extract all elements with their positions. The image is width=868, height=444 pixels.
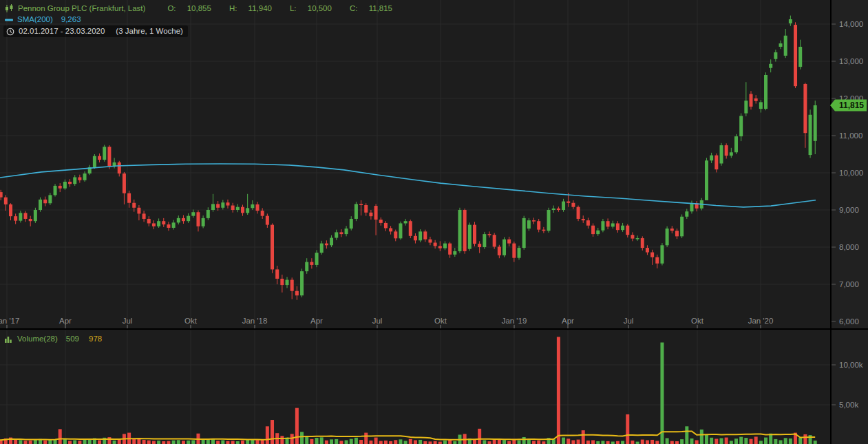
ohlc-readout: O: 10,855H: 11,940L: 10,500C: 11,815 bbox=[149, 4, 392, 13]
candle bbox=[339, 232, 343, 234]
volume-bar bbox=[256, 440, 260, 444]
volume-bar bbox=[147, 441, 151, 444]
candle bbox=[606, 221, 610, 226]
candle bbox=[231, 206, 235, 210]
time-tick-label[interactable]: Jan '18 bbox=[242, 317, 268, 325]
volume-bar bbox=[803, 434, 807, 444]
candle bbox=[310, 262, 313, 265]
candle bbox=[399, 223, 402, 238]
candle bbox=[577, 207, 580, 219]
candle bbox=[177, 218, 180, 222]
time-tick-label[interactable]: Okt bbox=[184, 317, 198, 325]
volume-bar bbox=[379, 441, 383, 444]
last-price-badge-label: 11,815 bbox=[839, 101, 864, 110]
time-tick-label[interactable]: Okt bbox=[434, 317, 447, 325]
volume-bar bbox=[236, 441, 240, 444]
volume-bar bbox=[231, 441, 235, 444]
volume-bar bbox=[744, 438, 748, 444]
time-tick-label[interactable]: Jul bbox=[624, 317, 634, 325]
candle bbox=[518, 248, 521, 258]
time-tick-label[interactable]: Jan '17 bbox=[0, 317, 19, 325]
time-tick-label[interactable]: Jul bbox=[372, 317, 383, 325]
candle bbox=[78, 177, 81, 180]
volume-bar bbox=[207, 439, 210, 444]
price-tick-label: 14,000 bbox=[839, 20, 863, 28]
candle bbox=[48, 195, 52, 203]
volume-tick-label: 10,00k bbox=[839, 361, 863, 369]
candle bbox=[354, 204, 358, 219]
volume-bar bbox=[764, 438, 768, 444]
price-axis-panel[interactable] bbox=[831, 0, 868, 444]
chart-canvas[interactable]: 14,00013,00012,00011,00010,0009,0008,000… bbox=[0, 0, 868, 444]
volume-bar bbox=[300, 432, 304, 444]
volume-bar bbox=[666, 438, 669, 444]
time-tick-label[interactable]: Jul bbox=[123, 317, 133, 325]
time-tick-label[interactable]: Okt bbox=[691, 317, 704, 325]
volume-bar bbox=[507, 441, 511, 444]
volume-bar bbox=[157, 441, 160, 444]
volume-bar bbox=[730, 441, 733, 444]
volume-bar bbox=[562, 438, 565, 444]
candle bbox=[39, 200, 42, 210]
volume-bar bbox=[394, 440, 397, 444]
volume-bar bbox=[24, 441, 28, 444]
time-tick-label[interactable]: Apr bbox=[310, 317, 323, 325]
candle bbox=[261, 211, 264, 216]
volume-bar bbox=[295, 408, 299, 444]
volume-bar bbox=[216, 441, 220, 444]
candle bbox=[335, 232, 338, 237]
time-tick-label[interactable]: Apr bbox=[59, 317, 72, 325]
candle bbox=[705, 160, 708, 200]
candle bbox=[537, 221, 540, 229]
volume-bar bbox=[670, 441, 674, 444]
candle bbox=[419, 231, 422, 240]
close-value: 11,815 bbox=[369, 4, 392, 12]
volume-bar bbox=[280, 436, 284, 444]
price-tick-label: 8,000 bbox=[839, 243, 859, 251]
volume-bar bbox=[636, 442, 639, 444]
candle bbox=[532, 220, 536, 222]
volume-bar bbox=[409, 439, 412, 444]
volume-bar bbox=[754, 436, 758, 444]
volume-bar bbox=[705, 435, 708, 444]
candle bbox=[680, 217, 684, 237]
candle bbox=[9, 204, 12, 216]
candle bbox=[290, 280, 294, 291]
candle bbox=[438, 246, 442, 248]
price-tick-label: 11,000 bbox=[839, 131, 862, 140]
candle bbox=[488, 234, 491, 235]
candle bbox=[409, 221, 412, 236]
volume-bar bbox=[552, 439, 555, 444]
volume-bar bbox=[226, 441, 229, 444]
candle bbox=[750, 94, 753, 107]
volume-bar bbox=[582, 430, 585, 444]
time-tick-label[interactable]: Jan '19 bbox=[502, 317, 527, 325]
volume-bar bbox=[68, 441, 72, 444]
volume-bar bbox=[98, 441, 101, 444]
candle bbox=[142, 213, 146, 219]
candle bbox=[73, 177, 76, 184]
candle bbox=[794, 25, 797, 86]
volume-bar bbox=[142, 440, 146, 444]
volume-bar bbox=[271, 420, 274, 444]
candle bbox=[601, 221, 604, 231]
volume-tick-label: 5,00k bbox=[839, 401, 858, 409]
candle bbox=[191, 212, 195, 215]
pane-separator bbox=[0, 328, 868, 330]
candle bbox=[202, 218, 205, 226]
candle bbox=[68, 182, 72, 184]
candle bbox=[172, 222, 176, 228]
time-tick-label[interactable]: Jan '20 bbox=[748, 317, 774, 325]
volume-bar bbox=[621, 441, 624, 444]
time-tick-label[interactable]: Apr bbox=[562, 317, 574, 325]
candle bbox=[315, 253, 319, 265]
volume-bar bbox=[725, 438, 728, 444]
price-tick-label: 6,000 bbox=[839, 317, 859, 326]
candle bbox=[221, 202, 224, 208]
candle bbox=[384, 223, 388, 229]
candle bbox=[547, 210, 551, 231]
period-label: (3 Jahre, 1 Woche) bbox=[116, 27, 183, 36]
candle bbox=[162, 221, 165, 224]
volume-bar bbox=[73, 441, 76, 444]
volume-bar bbox=[369, 441, 372, 444]
